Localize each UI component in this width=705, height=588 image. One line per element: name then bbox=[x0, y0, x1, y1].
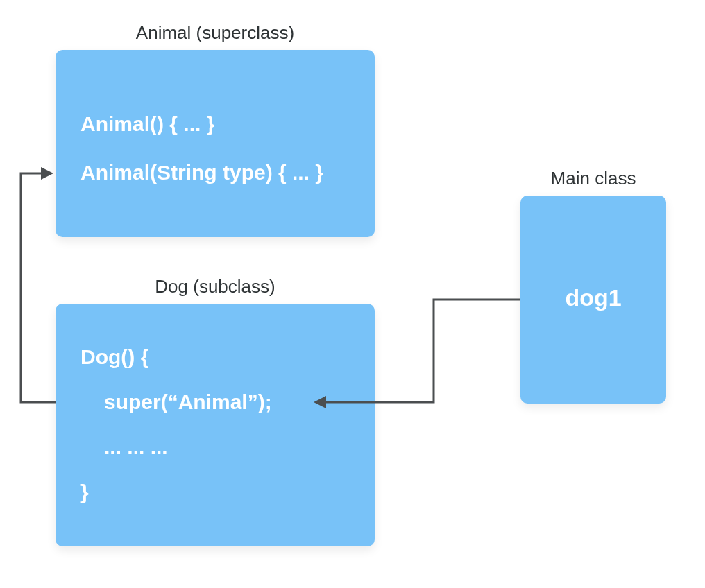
subclass-line-4: } bbox=[80, 481, 89, 504]
subclass-title: Dog (subclass) bbox=[56, 276, 375, 297]
subclass-line-2: super(“Animal”); bbox=[104, 390, 272, 414]
superclass-line-1: Animal() { ... } bbox=[80, 112, 214, 136]
mainclass-box: dog1 bbox=[520, 196, 666, 404]
subclass-line-1: Dog() { bbox=[80, 345, 148, 369]
arrow-super-to-animal bbox=[21, 173, 56, 402]
superclass-box: Animal() { ... } Animal(String type) { .… bbox=[56, 50, 375, 237]
subclass-line-3: ... ... ... bbox=[104, 435, 168, 459]
mainclass-object: dog1 bbox=[520, 284, 666, 311]
superclass-line-2: Animal(String type) { ... } bbox=[80, 161, 323, 184]
mainclass-title: Main class bbox=[520, 168, 666, 189]
superclass-title: Animal (superclass) bbox=[56, 22, 375, 44]
subclass-box: Dog() { super(“Animal”); ... ... ... } bbox=[56, 304, 375, 546]
diagram-canvas: Animal (superclass) Animal() { ... } Ani… bbox=[0, 0, 705, 588]
